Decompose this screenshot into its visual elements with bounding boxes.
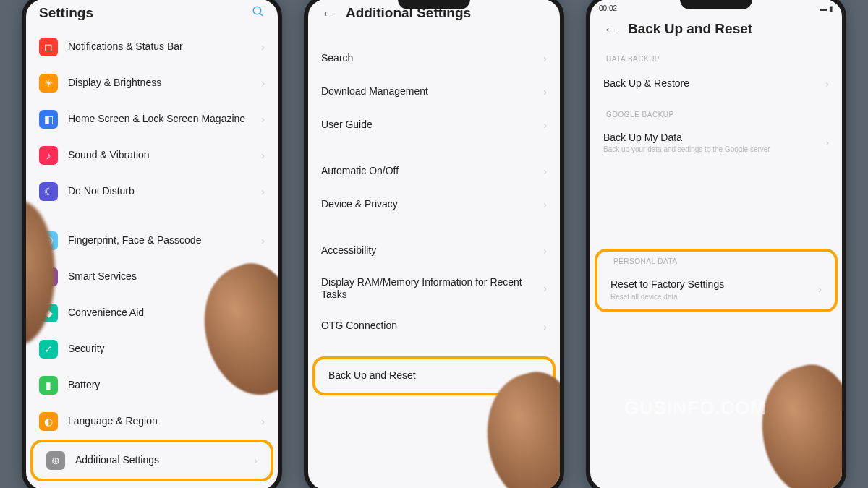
settings-row[interactable]: ● Smart Services › bbox=[26, 259, 278, 295]
row-icon: ✓ bbox=[39, 340, 58, 359]
row-label: Display RAM/Memory Information for Recen… bbox=[321, 276, 533, 301]
status-icons: ▬ ▮ bbox=[820, 4, 833, 12]
row-icon: ⦿ bbox=[39, 231, 58, 250]
highlight-factory-reset: PERSONAL DATA Reset to Factory Settings … bbox=[595, 249, 838, 312]
row-label: Sound & Vibration bbox=[68, 149, 251, 162]
page-title: Back Up and Reset bbox=[628, 21, 829, 37]
settings-row[interactable]: ◻ Notifications & Status Bar › bbox=[26, 29, 278, 65]
row-label: Fingerprint, Face & Passcode bbox=[68, 234, 251, 247]
settings-row[interactable]: ✓ Security › bbox=[26, 331, 278, 367]
settings-list: ◻ Notifications & Status Bar › ☀ Display… bbox=[26, 29, 278, 489]
backup-list: DATA BACKUP Back Up & Restore › GOOGLE B… bbox=[590, 45, 842, 489]
row-label: Security bbox=[68, 343, 251, 356]
svg-line-1 bbox=[260, 13, 263, 16]
chevron-right-icon: › bbox=[261, 271, 265, 283]
svg-point-0 bbox=[253, 7, 261, 14]
chevron-right-icon: › bbox=[261, 114, 265, 125]
settings-row[interactable]: User Guide › bbox=[308, 108, 560, 142]
settings-row[interactable]: ☀ Display & Brightness › bbox=[26, 65, 278, 101]
row-label: User Guide bbox=[321, 119, 533, 132]
chevron-right-icon: › bbox=[543, 86, 547, 98]
chevron-right-icon: › bbox=[825, 78, 829, 90]
additional-list: Search › Download Management › User Guid… bbox=[308, 29, 560, 489]
section-google-backup: GOOGLE BACKUP bbox=[590, 100, 842, 123]
chevron-right-icon: › bbox=[261, 416, 265, 427]
row-label: Smart Services bbox=[68, 270, 251, 283]
settings-row[interactable]: ▮ Battery › bbox=[26, 367, 278, 403]
settings-row[interactable]: Back Up My DataBack up your data and set… bbox=[590, 123, 842, 163]
back-icon[interactable]: ← bbox=[603, 21, 618, 38]
settings-row[interactable]: Accessibility › bbox=[308, 234, 560, 267]
search-icon[interactable] bbox=[252, 5, 265, 22]
header: Settings bbox=[26, 0, 278, 29]
row-icon: ♪ bbox=[39, 146, 58, 165]
chevron-right-icon: › bbox=[543, 321, 547, 333]
chevron-right-icon: › bbox=[261, 150, 265, 161]
section-personal-data: PERSONAL DATA bbox=[597, 252, 835, 270]
row-label: Convenience Aid bbox=[68, 307, 251, 320]
row-icon: ▮ bbox=[39, 376, 58, 395]
settings-row[interactable]: Display RAM/Memory Information for Recen… bbox=[308, 267, 560, 310]
chevron-right-icon: › bbox=[261, 343, 265, 355]
row-label: Display & Brightness bbox=[68, 77, 251, 90]
chevron-right-icon: › bbox=[543, 53, 547, 64]
row-icon: ◐ bbox=[39, 412, 58, 431]
chevron-right-icon: › bbox=[261, 307, 265, 319]
chevron-right-icon: › bbox=[543, 199, 547, 210]
row-icon: ◆ bbox=[39, 304, 58, 322]
settings-row[interactable]: OTG Connection › bbox=[308, 310, 560, 343]
settings-row[interactable]: Automatic On/Off › bbox=[308, 155, 560, 188]
row-icon: ☾ bbox=[39, 182, 58, 201]
chevron-right-icon: › bbox=[261, 380, 265, 391]
settings-row[interactable]: Search › bbox=[308, 42, 560, 75]
settings-row[interactable]: Back Up & Restore › bbox=[590, 67, 842, 100]
row-icon: ◧ bbox=[39, 110, 58, 129]
settings-row[interactable]: ☾ Do Not Disturb › bbox=[26, 174, 278, 210]
row-sub: Reset all device data bbox=[610, 293, 808, 301]
chevron-right-icon: › bbox=[254, 455, 258, 466]
status-time: 00:02 bbox=[599, 4, 617, 12]
gear-icon: ⊕ bbox=[46, 451, 65, 470]
chevron-right-icon: › bbox=[261, 77, 265, 89]
header: ← Back Up and Reset bbox=[590, 15, 842, 45]
settings-row[interactable]: ◧ Home Screen & Lock Screen Magazine › bbox=[26, 101, 278, 137]
settings-row[interactable]: ♪ Sound & Vibration › bbox=[26, 137, 278, 174]
row-label: Home Screen & Lock Screen Magazine bbox=[68, 113, 251, 126]
settings-row[interactable]: ⦿ Fingerprint, Face & Passcode › bbox=[26, 223, 278, 259]
row-backup-reset[interactable]: Back Up and Reset › bbox=[315, 359, 553, 393]
row-icon: ☀ bbox=[39, 74, 58, 93]
row-sub: Back up your data and settings to the Go… bbox=[603, 145, 815, 153]
row-label: Automatic On/Off bbox=[321, 165, 533, 178]
row-icon: ● bbox=[39, 267, 58, 286]
chevron-right-icon: › bbox=[536, 370, 540, 382]
row-icon: ◻ bbox=[39, 38, 58, 56]
phone-settings: Settings ◻ Notifications & Status Bar › … bbox=[22, 0, 282, 488]
row-label: Do Not Disturb bbox=[68, 185, 251, 198]
chevron-right-icon: › bbox=[543, 283, 547, 294]
settings-row[interactable]: Download Management › bbox=[308, 75, 560, 108]
row-label: Search bbox=[321, 52, 533, 65]
chevron-right-icon: › bbox=[261, 186, 265, 197]
row-label: Back Up & Restore bbox=[603, 77, 815, 90]
row-label: Language & Region bbox=[68, 415, 251, 428]
row-label: Reset to Factory Settings bbox=[610, 278, 808, 291]
row-label: Back Up and Reset bbox=[328, 369, 526, 382]
chevron-right-icon: › bbox=[818, 283, 822, 295]
row-label: OTG Connection bbox=[321, 320, 533, 333]
chevron-right-icon: › bbox=[543, 166, 547, 177]
back-icon[interactable]: ← bbox=[321, 5, 336, 22]
settings-row[interactable]: ◐ Language & Region › bbox=[26, 403, 278, 440]
row-label: Back Up My Data bbox=[603, 132, 815, 145]
settings-row[interactable]: ◆ Convenience Aid › bbox=[26, 295, 278, 331]
row-label: Additional Settings bbox=[75, 454, 244, 467]
section-data-backup: DATA BACKUP bbox=[590, 45, 842, 67]
row-factory-reset[interactable]: Reset to Factory Settings Reset all devi… bbox=[597, 270, 835, 309]
settings-row[interactable]: Device & Privacy › bbox=[308, 188, 560, 221]
row-label: Notifications & Status Bar bbox=[68, 40, 251, 53]
highlight-additional-settings: ⊕ Additional Settings › bbox=[30, 440, 273, 481]
chevron-right-icon: › bbox=[543, 245, 547, 257]
row-label: Battery bbox=[68, 379, 251, 392]
highlight-backup-reset: Back Up and Reset › bbox=[312, 356, 556, 395]
row-label: Device & Privacy bbox=[321, 198, 533, 211]
row-additional-settings[interactable]: ⊕ Additional Settings › bbox=[33, 442, 271, 479]
